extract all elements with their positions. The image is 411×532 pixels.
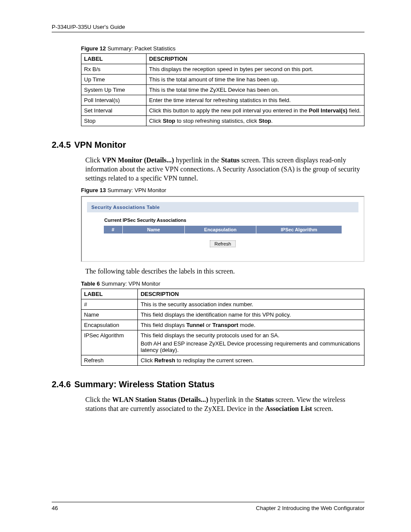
section-246-para: Click the WLAN Station Status (Details..… (85, 395, 364, 414)
table-row: EncapsulationThis field displays Tunnel … (81, 320, 364, 330)
figure13-screenshot: Security Associations Table Current IPSe… (81, 196, 364, 262)
figure12-caption: Figure 12 Summary: Packet Statistics (81, 45, 364, 52)
sat-col-encap: Encapsulation (184, 226, 256, 234)
table6-caption: Table 6 Summary: VPN Monitor (81, 280, 364, 287)
refresh-button[interactable]: Refresh (210, 240, 236, 247)
page-footer: 46 Chapter 2 Introducing the Web Configu… (52, 502, 364, 511)
sat-col-algo: IPSec Algorithm (256, 226, 342, 234)
table6-caption-bold: Table 6 (81, 280, 100, 287)
th-label: LABEL (81, 289, 138, 299)
table-row: RefreshClick Refresh to redisplay the cu… (81, 355, 364, 366)
section-245-heading: 2.4.5VPN Monitor (52, 140, 364, 150)
table-row: NameThis field displays the identificati… (81, 310, 364, 320)
table-row: StopClick Stop to stop refreshing statis… (81, 116, 364, 126)
table-row: IPSec AlgorithmThis field displays the s… (81, 330, 364, 355)
sat-table: # Name Encapsulation IPSec Algorithm (103, 225, 342, 234)
footer-rule (52, 502, 364, 502)
table-row: #This is the security association index … (81, 299, 364, 310)
section-title: Summary: Wireless Station Status (74, 380, 214, 389)
sat-col-num: # (103, 226, 122, 234)
page-number: 46 (52, 505, 58, 511)
section-number: 2.4.5 (52, 140, 71, 149)
figure13-caption: Figure 13 Summary: VPN Monitor (81, 187, 364, 193)
th-desc: DESCRIPTION (146, 54, 364, 64)
sat-title: Security Associations Table (87, 202, 358, 212)
section-246-heading: 2.4.6Summary: Wireless Station Status (52, 380, 364, 389)
table-row: Set IntervalClick this button to apply t… (81, 106, 364, 116)
figure13-caption-text: Summary: VPN Monitor (106, 187, 166, 193)
sat-subtitle: Current IPSec Security Associations (87, 212, 358, 225)
table6-caption-text: Summary: VPN Monitor (100, 280, 160, 287)
th-label: LABEL (81, 54, 146, 64)
section-title: VPN Monitor (74, 140, 126, 149)
header-rule (52, 32, 364, 32)
table-header-row: LABEL DESCRIPTION (81, 54, 364, 64)
chapter-label: Chapter 2 Introducing the Web Configurat… (256, 505, 364, 511)
section-number: 2.4.6 (52, 380, 71, 389)
figure12-caption-text: Summary: Packet Statistics (106, 45, 176, 52)
table-row: Poll Interval(s)Enter the time interval … (81, 95, 364, 106)
section-245-para: Click VPN Monitor (Details...) hyperlink… (85, 156, 364, 183)
table-row: Up TimeThis is the total amount of time … (81, 75, 364, 85)
running-header: P-334U/P-335U User's Guide (52, 24, 364, 30)
table6-intro: The following table describes the labels… (85, 267, 364, 276)
table-header-row: LABEL DESCRIPTION (81, 289, 364, 299)
figure12-caption-bold: Figure 12 (81, 45, 106, 52)
table-row: System Up TimeThis is the total time the… (81, 85, 364, 95)
figure13-caption-bold: Figure 13 (81, 187, 106, 193)
figure12-table: LABEL DESCRIPTION Rx B/sThis displays th… (81, 53, 364, 126)
th-desc: DESCRIPTION (138, 289, 364, 299)
table-row: Rx B/sThis displays the reception speed … (81, 64, 364, 75)
table6-table: LABEL DESCRIPTION #This is the security … (81, 289, 364, 366)
sat-col-name: Name (123, 226, 185, 234)
